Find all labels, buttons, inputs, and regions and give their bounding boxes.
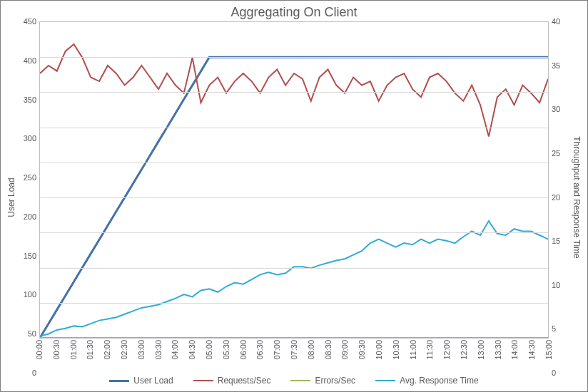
plot-row: User Load 050100150200250300350400450 00… (1, 21, 587, 373)
x-tick-label: 09:00 (340, 340, 349, 360)
gridline (40, 163, 548, 163)
y-tick-right: 25 (552, 149, 573, 158)
gridline (40, 57, 548, 58)
y-axis-label-left: User Load (5, 21, 18, 373)
legend-label: Avg. Response Time (400, 376, 479, 386)
series-line (40, 221, 548, 336)
x-tick-label: 04:30 (188, 340, 196, 360)
y-tick-right: 0 (552, 368, 573, 377)
x-tick-label: 01:30 (86, 340, 94, 360)
y-tick-left: 250 (15, 173, 36, 182)
legend-label: Errors/Sec (315, 376, 355, 386)
y-tick-right: 5 (552, 324, 573, 333)
legend-swatch (375, 380, 395, 381)
y-tick-right: 40 (552, 17, 573, 26)
y-ticks-right: 0510152025303540 (549, 21, 570, 373)
x-tick-label: 00:30 (52, 340, 61, 360)
legend-label: Requests/Sec (218, 376, 271, 386)
legend-label: User Load (133, 376, 173, 386)
x-tick-label: 00:00 (35, 340, 44, 360)
x-tick-label: 14:30 (527, 340, 536, 360)
x-tick-label: 10:30 (392, 340, 400, 360)
gridline (40, 232, 548, 233)
x-tick-label: 10:00 (375, 340, 383, 360)
x-tick-label: 03:00 (137, 340, 146, 360)
x-ticks: 00:0000:3001:0001:3002:0002:3003:0003:30… (39, 339, 549, 373)
x-tick-label: 12:00 (442, 340, 451, 360)
legend-item: Avg. Response Time (375, 376, 479, 386)
x-tick-label: 14:00 (510, 340, 519, 360)
x-tick-label: 03:30 (154, 340, 163, 360)
x-tick-label: 13:00 (477, 340, 485, 360)
y-tick-left: 100 (15, 290, 36, 299)
x-tick-label: 01:00 (69, 340, 78, 360)
y-tick-left: 200 (15, 212, 36, 221)
x-tick-label: 09:30 (358, 340, 366, 360)
y-tick-left: 50 (15, 329, 36, 338)
y-ticks-left: 050100150200250300350400450 (18, 21, 39, 373)
x-tick-label: 12:30 (460, 340, 468, 360)
x-tick-label: 08:00 (307, 340, 315, 360)
gridline (40, 92, 548, 93)
plot-area-wrap: 00:0000:3001:0001:3002:0002:3003:0003:30… (39, 21, 549, 373)
legend-swatch (290, 380, 310, 381)
y-tick-left: 300 (15, 134, 36, 143)
x-tick-label: 06:30 (255, 340, 264, 360)
legend-item: Requests/Sec (193, 376, 271, 386)
x-tick-label: 13:30 (494, 340, 502, 360)
y-tick-right: 20 (552, 193, 573, 202)
x-tick-label: 02:00 (103, 340, 111, 360)
gridline (40, 197, 548, 198)
y-tick-right: 15 (552, 237, 573, 245)
chart-lines (40, 22, 548, 338)
x-tick-label: 11:30 (425, 340, 434, 360)
y-tick-left: 0 (15, 368, 36, 377)
gridline (40, 303, 548, 304)
y-tick-right: 30 (552, 105, 573, 113)
y-tick-right: 35 (552, 61, 573, 70)
x-tick-label: 02:30 (120, 340, 128, 360)
y-tick-left: 400 (15, 56, 36, 65)
y-tick-left: 350 (15, 96, 36, 104)
legend-swatch (109, 380, 129, 382)
plot-area (39, 21, 549, 339)
x-tick-label: 11:00 (409, 340, 417, 360)
x-tick-label: 05:00 (205, 340, 213, 360)
x-tick-label: 05:30 (222, 340, 230, 360)
y-tick-right: 10 (552, 281, 573, 289)
x-tick-label: 07:00 (273, 340, 281, 360)
y-tick-left: 150 (15, 252, 36, 260)
legend: User LoadRequests/SecErrors/SecAvg. Resp… (1, 373, 587, 391)
legend-item: User Load (109, 376, 173, 386)
y-axis-label-right: Throughput and Response Time (570, 21, 583, 373)
chart-frame: Aggregating On Client User Load 05010015… (0, 0, 588, 392)
x-tick-label: 08:30 (324, 340, 333, 360)
chart-title: Aggregating On Client (1, 1, 587, 21)
x-tick-label: 04:00 (171, 340, 179, 360)
y-tick-left: 450 (15, 17, 36, 26)
gridline (40, 128, 548, 128)
legend-item: Errors/Sec (290, 376, 355, 386)
x-tick-label: 06:00 (239, 340, 248, 360)
gridline (40, 268, 548, 269)
x-tick-label: 07:30 (290, 340, 298, 360)
legend-swatch (193, 380, 213, 381)
